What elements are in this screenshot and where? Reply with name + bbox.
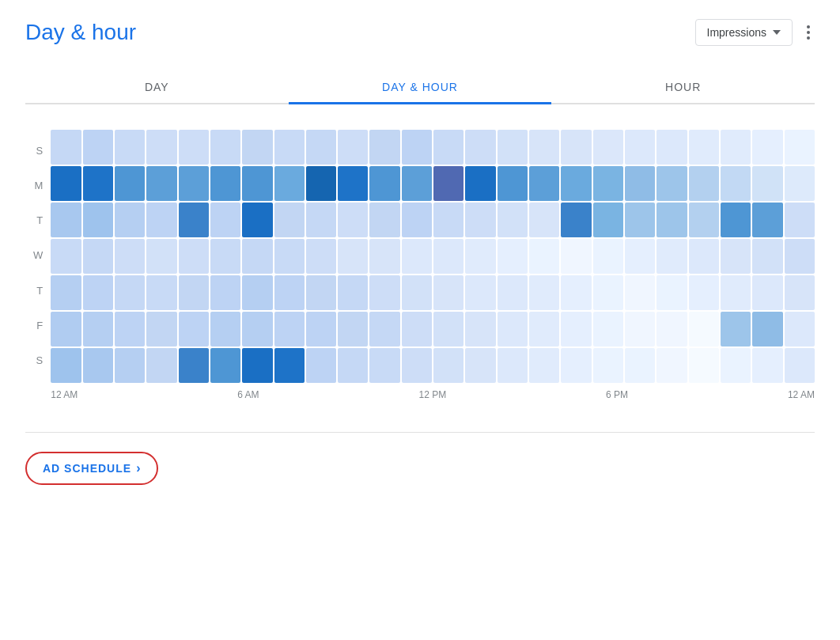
heatmap-cell[interactable] [625,166,655,201]
heatmap-cell[interactable] [433,203,464,237]
heatmap-cell[interactable] [465,275,495,310]
heatmap-cell[interactable] [242,348,272,383]
heatmap-cell[interactable] [561,312,591,347]
heatmap-cell[interactable] [369,166,399,201]
heatmap-cell[interactable] [721,166,751,201]
heatmap-cell[interactable] [83,312,113,347]
heatmap-cell[interactable] [561,348,591,383]
heatmap-cell[interactable] [51,203,81,237]
heatmap-cell[interactable] [498,203,528,237]
heatmap-cell[interactable] [465,130,495,165]
heatmap-cell[interactable] [338,239,368,274]
heatmap-cell[interactable] [146,312,176,347]
heatmap-cell[interactable] [433,348,464,383]
heatmap-cell[interactable] [529,275,559,310]
heatmap-cell[interactable] [179,312,209,347]
heatmap-cell[interactable] [498,239,528,274]
tab-day[interactable]: DAY [25,71,289,103]
heatmap-cell[interactable] [369,239,399,274]
heatmap-cell[interactable] [83,275,113,310]
heatmap-cell[interactable] [593,130,623,165]
heatmap-cell[interactable] [656,312,687,347]
heatmap-cell[interactable] [51,312,81,347]
heatmap-cell[interactable] [179,166,209,201]
heatmap-cell[interactable] [752,275,782,310]
heatmap-cell[interactable] [656,239,687,274]
heatmap-cell[interactable] [593,203,623,237]
heatmap-cell[interactable] [115,348,145,383]
heatmap-cell[interactable] [689,312,719,347]
heatmap-cell[interactable] [689,275,719,310]
heatmap-cell[interactable] [242,130,272,165]
heatmap-cell[interactable] [369,348,399,383]
heatmap-cell[interactable] [785,348,815,383]
more-options-button[interactable] [802,19,815,46]
heatmap-cell[interactable] [402,166,432,201]
heatmap-cell[interactable] [721,348,751,383]
heatmap-cell[interactable] [721,312,751,347]
heatmap-cell[interactable] [529,312,559,347]
heatmap-cell[interactable] [51,348,81,383]
heatmap-cell[interactable] [433,166,464,201]
heatmap-cell[interactable] [625,275,655,310]
heatmap-cell[interactable] [529,130,559,165]
heatmap-cell[interactable] [402,239,432,274]
heatmap-cell[interactable] [402,203,432,237]
heatmap-cell[interactable] [51,166,81,201]
heatmap-cell[interactable] [752,312,782,347]
tab-day-hour[interactable]: DAY & HOUR [289,71,552,103]
heatmap-cell[interactable] [529,203,559,237]
heatmap-cell[interactable] [274,312,305,347]
heatmap-cell[interactable] [306,275,336,310]
heatmap-cell[interactable] [115,203,145,237]
heatmap-cell[interactable] [498,348,528,383]
heatmap-cell[interactable] [210,166,240,201]
heatmap-cell[interactable] [785,166,815,201]
heatmap-cell[interactable] [625,239,655,274]
heatmap-cell[interactable] [242,312,272,347]
heatmap-cell[interactable] [83,166,113,201]
heatmap-cell[interactable] [306,348,336,383]
heatmap-cell[interactable] [115,239,145,274]
heatmap-cell[interactable] [306,312,336,347]
heatmap-cell[interactable] [274,348,305,383]
heatmap-cell[interactable] [785,312,815,347]
heatmap-cell[interactable] [785,275,815,310]
heatmap-cell[interactable] [785,203,815,237]
heatmap-cell[interactable] [115,130,145,165]
heatmap-cell[interactable] [465,239,495,274]
heatmap-cell[interactable] [338,130,368,165]
heatmap-cell[interactable] [625,348,655,383]
heatmap-cell[interactable] [146,239,176,274]
heatmap-cell[interactable] [656,348,687,383]
heatmap-cell[interactable] [402,348,432,383]
heatmap-cell[interactable] [561,166,591,201]
heatmap-cell[interactable] [242,239,272,274]
heatmap-cell[interactable] [785,239,815,274]
heatmap-cell[interactable] [689,166,719,201]
heatmap-cell[interactable] [338,348,368,383]
heatmap-cell[interactable] [498,312,528,347]
heatmap-cell[interactable] [179,348,209,383]
heatmap-cell[interactable] [369,312,399,347]
heatmap-cell[interactable] [51,130,81,165]
heatmap-cell[interactable] [83,239,113,274]
heatmap-cell[interactable] [115,275,145,310]
heatmap-cell[interactable] [338,166,368,201]
heatmap-cell[interactable] [752,166,782,201]
heatmap-cell[interactable] [656,166,687,201]
heatmap-cell[interactable] [721,239,751,274]
heatmap-cell[interactable] [274,239,305,274]
heatmap-cell[interactable] [115,312,145,347]
heatmap-cell[interactable] [402,312,432,347]
heatmap-cell[interactable] [338,275,368,310]
heatmap-cell[interactable] [146,166,176,201]
heatmap-cell[interactable] [146,130,176,165]
heatmap-cell[interactable] [721,130,751,165]
heatmap-cell[interactable] [656,130,687,165]
heatmap-cell[interactable] [338,312,368,347]
ad-schedule-button[interactable]: AD SCHEDULE › [25,452,158,485]
heatmap-cell[interactable] [306,130,336,165]
heatmap-cell[interactable] [338,203,368,237]
heatmap-cell[interactable] [115,166,145,201]
